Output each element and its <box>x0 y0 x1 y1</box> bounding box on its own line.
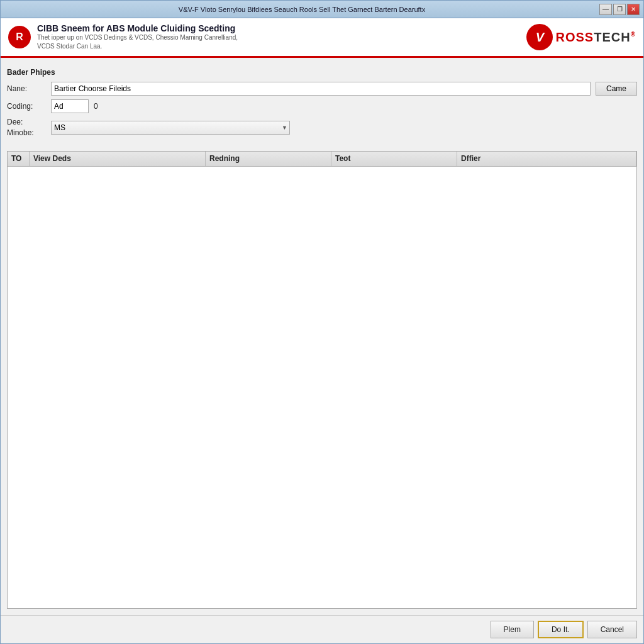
data-table: TO View Deds Redning Teot Dffier <box>7 151 637 609</box>
section-title: Bader Phipes <box>7 68 637 77</box>
name-row: Nane: Came <box>7 82 637 96</box>
coding-label: Coding: <box>7 102 51 111</box>
dee-minobe-row: Dee: Minobe: MS <box>7 117 637 138</box>
header-subtitle-line1: Thet ioper up on VCDS Dedings & VCDS, Ch… <box>37 33 238 42</box>
col-header-dffier: Dffier <box>457 152 636 166</box>
plem-button[interactable]: Plem <box>491 621 534 638</box>
minobe-label: Minobe: <box>7 128 51 138</box>
coding-value-right: 0 <box>94 102 98 111</box>
col-header-view: View Deds <box>30 152 206 166</box>
main-window: V&V-F Vloto Senrylou Bifdiees Seauch Roo… <box>0 0 644 644</box>
header-subtitle-line2: VCDS Stodar Can Laa. <box>37 42 238 51</box>
title-bar: V&V-F Vloto Senrylou Bifdiees Seauch Roo… <box>1 1 643 18</box>
form-area: Bader Phipes Nane: Came Coding: 0 Dee: M <box>7 64 637 146</box>
title-bar-controls: — ❐ ✕ <box>599 4 640 15</box>
title-bar-text: V&V-F Vloto Senrylou Bifdiees Seauch Roo… <box>4 6 599 13</box>
table-body <box>8 167 636 608</box>
rosstech-part1: ROSS <box>555 30 594 44</box>
rosstech-v-icon: V <box>526 24 553 50</box>
header-left: R CIBB Sneem for ABS Module Cluiding Sce… <box>8 23 238 51</box>
name-input[interactable] <box>51 82 591 96</box>
close-button[interactable]: ✕ <box>627 4 640 15</box>
app-icon: R <box>8 26 31 48</box>
header-title: CIBB Sneem for ABS Module Cluiding Scedt… <box>37 23 238 33</box>
header-text: CIBB Sneem for ABS Module Cluiding Scedt… <box>37 23 238 51</box>
dee-label: Dee: <box>7 117 51 128</box>
footer-bar: Plem Do It. Cancel <box>1 615 643 643</box>
rosstech-logo: V ROSSTECH® <box>526 24 636 50</box>
minimize-button[interactable]: — <box>599 4 612 15</box>
do-it-button[interactable]: Do It. <box>538 621 584 638</box>
dee-minobe-select[interactable]: MS <box>51 121 290 135</box>
coding-input-left[interactable] <box>51 99 89 113</box>
cancel-button[interactable]: Cancel <box>587 621 637 638</box>
table-header: TO View Deds Redning Teot Dffier <box>8 152 636 167</box>
select-wrapper: MS <box>51 121 290 135</box>
rosstech-part2: TECH <box>594 30 630 44</box>
col-header-redning: Redning <box>206 152 331 166</box>
rosstech-name: ROSSTECH® <box>555 30 636 45</box>
rosstech-sup: ® <box>631 31 636 38</box>
col-header-to: TO <box>8 152 30 166</box>
content-area: Bader Phipes Nane: Came Coding: 0 Dee: M <box>1 58 643 615</box>
maximize-button[interactable]: ❐ <box>613 4 626 15</box>
header-bar: R CIBB Sneem for ABS Module Cluiding Sce… <box>1 18 643 58</box>
name-label: Nane: <box>7 84 51 93</box>
coding-inputs: 0 <box>51 99 98 113</box>
coding-row: Coding: 0 <box>7 99 637 113</box>
came-button[interactable]: Came <box>596 82 637 96</box>
col-header-teot: Teot <box>331 152 457 166</box>
dee-minobe-label: Dee: Minobe: <box>7 117 51 138</box>
